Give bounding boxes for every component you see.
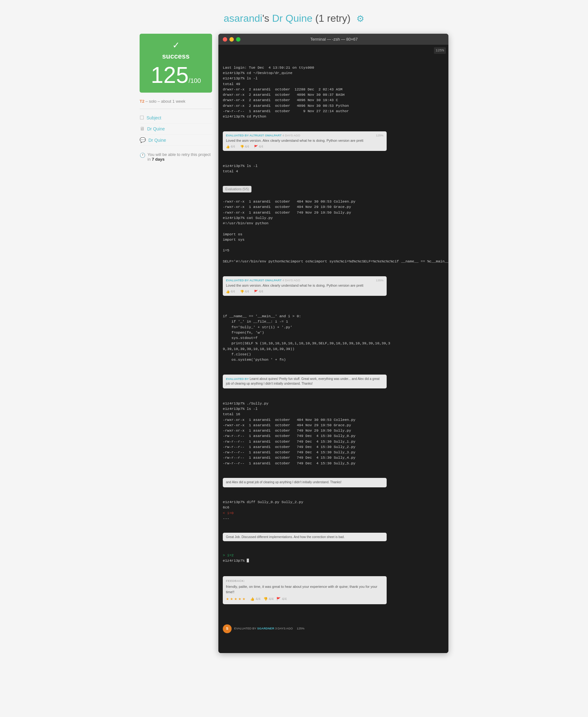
clock-icon: 🕐 [140, 152, 146, 158]
comment-2-evaluator: EVALUATED BY ALTRUIST OMALPART [226, 279, 282, 282]
retry-notice: 🕐 You will be able to retry this project… [140, 152, 212, 161]
evaluator-row: S EVALUATED BY SGARDNER 3 DAYS AGO 125% [223, 624, 444, 633]
comment-overlay-4: and Alex did a great job of clearing up … [223, 478, 387, 487]
terminal-line-9: -rw-r--r-- 1 asarandi october 9 Nov 27 2… [223, 109, 349, 113]
terminal-line-10: e1z4r13p7% cd Python [223, 114, 266, 118]
page-header: asarandi's Dr Quine (1 retry) ⚙ [0, 0, 588, 30]
stars: ★ ★ ★ ★ ★ [226, 597, 246, 601]
flag-count-1: 🚩 4/4 [254, 144, 263, 149]
terminal-main-block: if __name__ == '__main__' and i > 0: if … [223, 314, 390, 362]
subject-label: Subject [147, 115, 161, 120]
terminal-line-15: -rwxr-xr-x 1 asarandi october 749 Nov 29… [223, 211, 351, 215]
comment-3-evaluator: EVALUATED BY [226, 377, 249, 381]
terminal-prompt-end: e1z4r13p7% █ [223, 559, 249, 563]
zoom-indicator: 125% [434, 47, 446, 54]
comment-1-time: 4 DAYS AGO [282, 134, 300, 137]
terminal-title: Terminal — -zsh — 80×67 [240, 37, 427, 42]
evaluator-time: 3 DAYS AGO [275, 627, 293, 630]
monitor-icon-1: 🖥 [140, 126, 145, 132]
comment-overlay-5: Great Job. Discussed different implement… [223, 533, 387, 541]
comment-1-thumbs: 👍 4/4 👎 4/4 🚩 4/4 [226, 144, 383, 149]
terminal-diff-sep: --- [223, 516, 229, 520]
terminal-line-5: drwxr-xr-x 2 asarandi october 12288 Dec … [223, 87, 342, 91]
dr-quine-label-1: Dr Quine [147, 126, 165, 131]
score-display: 125/100 [146, 64, 206, 86]
possessive: 's [262, 13, 269, 24]
terminal-diff-greater: > i=2 [223, 553, 234, 557]
terminal-colleen: -rwxr-xr-x 1 asarandi october 484 Nov 30… [223, 418, 355, 422]
comment-2-thumbs: 👍 4/4 👎 4/4 🚩 4/4 [226, 289, 383, 294]
terminal-line-13: -rwxr-xr-x 1 asarandi october 484 Nov 30… [223, 199, 355, 203]
thumb-down-count-1: 👎 4/4 [240, 144, 249, 149]
terminal-sully3: -rw-r--r-- 1 asarandi october 749 Dec 4 … [223, 450, 355, 454]
terminal-line-4: total 49 [223, 82, 240, 86]
terminal-window: Terminal — -zsh — 80×67 125% Last login:… [218, 34, 448, 653]
monitor-icon-2: 💬 [140, 137, 146, 143]
project-title: Dr Quine [272, 13, 312, 24]
thumb-up-count-1: 👍 4/4 [226, 144, 235, 149]
evaluator-name: SGARDNER [257, 627, 274, 630]
document-icon: ☐ [140, 115, 144, 121]
comment-2-meta: EVALUATED BY ALTRUIST OMALPART 4 DAYS AG… [226, 278, 383, 283]
sidebar-item-dr-quine-1[interactable]: 🖥 Dr Quine [140, 124, 212, 134]
terminal-line-8: drwxr-xr-x 2 asarandi october 4096 Nov 3… [223, 104, 349, 108]
username[interactable]: asarandi [224, 13, 262, 24]
score-box: ✓ success 125/100 [140, 34, 212, 93]
terminal-line-14: -rwxr-xr-x 1 asarandi october 494 Nov 29… [223, 205, 351, 209]
sidebar-nav: ☐ Subject 🖥 Dr Quine 💬 Dr Quine [140, 109, 212, 146]
meta-description: – solo – about 1 week [146, 99, 185, 104]
close-button[interactable] [223, 37, 227, 42]
terminal-line-20: i=5 [223, 248, 229, 252]
score-badges: 👍 4/4 👎 4/4 🚩 4/4 [250, 597, 287, 601]
comment-1-text: Loved the asm version. Alex clearly unde… [226, 138, 383, 143]
terminal-line-2: e1z4r13p7% cd ~/Desktop/dr_quine [223, 71, 292, 75]
retry-text: You will be able to retry this project i… [147, 152, 212, 161]
terminal-line-16: e1z4r13p7% cat Sully.py [223, 216, 273, 220]
terminal-sully1: -rw-r--r-- 1 asarandi october 749 Dec 4 … [223, 439, 355, 443]
comment-2-text: Loved the asm version. Alex clearly unde… [226, 283, 383, 288]
evaluator-score: 125% [297, 627, 304, 630]
terminal-total2: total 16 [223, 412, 240, 416]
check-icon: ✓ [146, 40, 206, 50]
sidebar: ✓ success 125/100 T2 – solo – about 1 we… [140, 34, 218, 653]
comment-overlay-2: EVALUATED BY ALTRUIST OMALPART 4 DAYS AG… [223, 276, 387, 296]
evaluations-label: Evaluations (5/5) [223, 186, 251, 193]
comment-overlay-1: EVALUATED BY ALTRUIST OMALPART 4 DAYS AG… [223, 131, 387, 151]
terminal-diff-6c6: 6c6 [223, 505, 229, 509]
tag: T2 [140, 99, 144, 104]
thumb-up-count-2: 👍 4/4 [226, 289, 235, 294]
terminal-window-buttons [223, 37, 240, 42]
terminal-line-17: #!/usr/bin/env python [223, 221, 269, 225]
flag-count-2: 🚩 4/4 [254, 289, 263, 294]
maximize-button[interactable] [236, 37, 240, 42]
terminal-run: e1z4r13p7% ./Sully.py [223, 401, 269, 406]
settings-icon[interactable]: ⚙ [356, 14, 364, 24]
terminal-diff: e1z4r13p7% diff Sully_0.py Sully_2.py [223, 500, 303, 504]
sidebar-item-subject[interactable]: ☐ Subject [140, 112, 212, 124]
comment-3-text: Learnt about quines! Pretty fun stuff. G… [226, 377, 379, 385]
terminal-sully4: -rw-r--r-- 1 asarandi october 749 Dec 4 … [223, 456, 355, 460]
terminal-body[interactable]: 125% Last login: Tue Dec 4 13:59:21 on t… [218, 45, 448, 653]
sidebar-item-dr-quine-2[interactable]: 💬 Dr Quine [140, 134, 212, 146]
terminal-line-12: total 4 [223, 169, 238, 173]
terminal-ls2: e1z4r13p7% ls -l [223, 407, 257, 411]
retry-info: (1 retry) [315, 13, 351, 24]
terminal-line-11: e1z4r13p7% ls -l [223, 164, 257, 168]
stars-row: ★ ★ ★ ★ ★ 👍 4/4 👎 4/4 🚩 4/4 [226, 596, 383, 602]
score-denom: /100 [189, 77, 201, 84]
terminal-self: SELF='#!/usr/bin/env python%c%cimport os… [223, 259, 448, 263]
minimize-button[interactable] [229, 37, 234, 42]
dr-quine-label-2: Dr Quine [148, 138, 166, 143]
comment-5-text: Great Job. Discussed different implement… [226, 535, 383, 539]
retry-days: 7 days [152, 157, 165, 161]
comment-1-meta: EVALUATED BY ALTRUIST OMALPART 4 DAYS AG… [226, 133, 383, 138]
terminal-sully0: -rw-r--r-- 1 asarandi october 749 Dec 4 … [223, 434, 355, 438]
terminal-line-18: import os [223, 232, 242, 236]
terminal-sully: -rwxr-xr-x 1 asarandi october 749 Nov 29… [223, 429, 351, 433]
main-container: ✓ success 125/100 T2 – solo – about 1 we… [140, 34, 448, 653]
terminal-line-1: Last login: Tue Dec 4 13:59:21 on ttys00… [223, 66, 314, 70]
evaluator-info: EVALUATED BY SGARDNER 3 DAYS AGO 125% [234, 626, 304, 631]
comment-1-score: 125% [376, 133, 383, 138]
feedback-text: friendly, palite, on time, it was great … [226, 584, 383, 594]
comment-overlay-3: EVALUATED BY Learnt about quines! Pretty… [223, 374, 387, 389]
